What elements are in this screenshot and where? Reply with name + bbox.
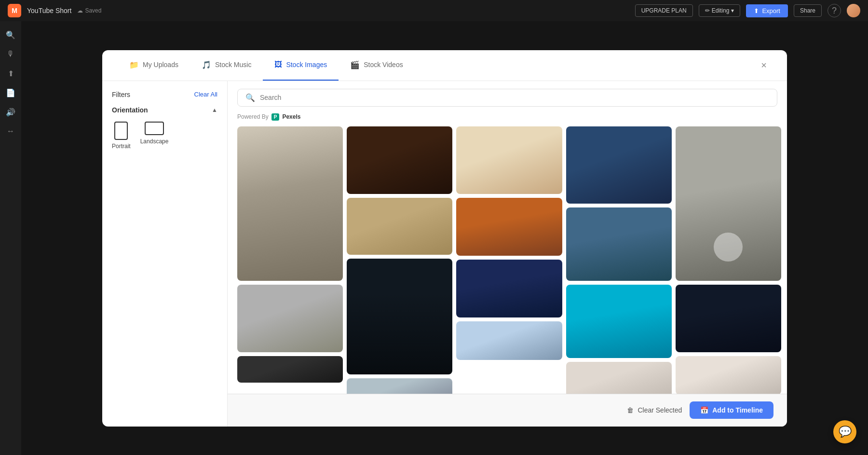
list-item[interactable] bbox=[456, 260, 562, 317]
stock-images-modal: 📁 My Uploads 🎵 Stock Music 🖼 Stock Image… bbox=[102, 50, 787, 427]
modal-overlay: 📁 My Uploads 🎵 Stock Music 🖼 Stock Image… bbox=[21, 21, 868, 455]
pexels-logo-icon: P bbox=[271, 113, 280, 121]
main-area: 🔍 🎙 ⬆ 📄 🔊 ↔ 📁 My Uploads 🎵 Stock Music bbox=[0, 21, 868, 455]
sidebar-change-icon[interactable]: ↔ bbox=[3, 124, 18, 139]
sidebar-explore-icon[interactable]: 🔍 bbox=[3, 27, 18, 42]
list-item[interactable] bbox=[347, 378, 452, 394]
orientation-header: Orientation ▲ bbox=[112, 106, 217, 114]
list-item[interactable] bbox=[347, 259, 452, 374]
orientation-chevron-icon: ▲ bbox=[212, 107, 217, 113]
clear-selected-button[interactable]: 🗑 Clear Selected bbox=[627, 406, 682, 414]
chevron-down-icon: ▾ bbox=[731, 7, 734, 14]
chat-icon: 💬 bbox=[839, 426, 852, 438]
images-icon: 🖼 bbox=[274, 60, 282, 69]
orientation-label: Orientation bbox=[112, 106, 148, 114]
editor-area: 📁 My Uploads 🎵 Stock Music 🖼 Stock Image… bbox=[21, 21, 868, 455]
filter-header: Filters Clear All bbox=[112, 91, 217, 98]
editing-mode-button[interactable]: ✏ Editing ▾ bbox=[699, 4, 741, 17]
left-sidebar: 🔍 🎙 ⬆ 📄 🔊 ↔ bbox=[0, 21, 21, 455]
modal-footer: 🗑 Clear Selected 📅 Add to Timeline bbox=[228, 394, 787, 427]
app-logo: M bbox=[8, 4, 21, 17]
list-item[interactable] bbox=[566, 285, 672, 358]
music-icon: 🎵 bbox=[202, 60, 211, 69]
top-bar: M YouTube Short ☁ Saved UPGRADE PLAN ✏ E… bbox=[0, 0, 868, 21]
sidebar-voice-icon[interactable]: 🎙 bbox=[3, 46, 18, 62]
list-item[interactable] bbox=[456, 126, 562, 194]
trash-icon: 🗑 bbox=[627, 406, 634, 414]
filters-label: Filters bbox=[112, 91, 130, 98]
landscape-label: Landscape bbox=[140, 138, 169, 145]
list-item[interactable] bbox=[347, 198, 452, 255]
powered-by-bar: Powered By P Pexels bbox=[228, 110, 787, 126]
search-wrapper: 🔍 bbox=[237, 89, 777, 107]
search-input[interactable] bbox=[260, 94, 769, 101]
export-icon: ⬆ bbox=[754, 7, 759, 14]
list-item[interactable] bbox=[347, 126, 452, 194]
list-item[interactable] bbox=[237, 285, 343, 352]
filter-sidebar: Filters Clear All Orientation ▲ bbox=[102, 81, 228, 427]
sidebar-import-icon[interactable]: ⬆ bbox=[3, 66, 18, 81]
help-button[interactable]: ? bbox=[827, 4, 841, 17]
sidebar-voice2-icon[interactable]: 🔊 bbox=[3, 104, 18, 120]
images-area: 🔍 Powered By P Pexels bbox=[228, 81, 787, 427]
tab-my-uploads[interactable]: 📁 My Uploads bbox=[118, 50, 190, 81]
search-bar: 🔍 bbox=[228, 81, 787, 110]
upgrade-plan-button[interactable]: UPGRADE PLAN bbox=[635, 4, 693, 17]
portrait-icon bbox=[114, 122, 128, 140]
pexels-brand-name: Pexels bbox=[282, 113, 300, 120]
user-avatar[interactable] bbox=[847, 4, 860, 17]
modal-close-button[interactable]: × bbox=[756, 57, 772, 73]
search-icon: 🔍 bbox=[245, 93, 255, 102]
list-item[interactable] bbox=[566, 362, 672, 394]
list-item[interactable] bbox=[566, 126, 672, 204]
list-item[interactable] bbox=[456, 198, 562, 256]
list-item[interactable] bbox=[676, 356, 781, 394]
chat-bubble-button[interactable]: 💬 bbox=[833, 420, 856, 443]
modal-tabs: 📁 My Uploads 🎵 Stock Music 🖼 Stock Image… bbox=[102, 50, 787, 81]
project-title: YouTube Short bbox=[27, 7, 71, 14]
list-item[interactable] bbox=[566, 207, 672, 281]
share-button[interactable]: Share bbox=[794, 4, 822, 17]
videos-icon: 🎬 bbox=[350, 60, 360, 69]
landscape-icon bbox=[145, 122, 164, 135]
tab-stock-images[interactable]: 🖼 Stock Images bbox=[263, 50, 339, 81]
save-icon: ☁ bbox=[77, 7, 83, 14]
grid-col-1 bbox=[237, 126, 343, 394]
list-item[interactable] bbox=[237, 356, 343, 383]
list-item[interactable] bbox=[676, 285, 781, 352]
add-to-timeline-button[interactable]: 📅 Add to Timeline bbox=[690, 401, 773, 419]
sidebar-script-icon[interactable]: 📄 bbox=[3, 85, 18, 100]
grid-col-3 bbox=[456, 126, 562, 394]
tab-stock-music[interactable]: 🎵 Stock Music bbox=[190, 50, 263, 81]
timeline-icon: 📅 bbox=[700, 406, 708, 414]
image-grid-inner bbox=[237, 126, 781, 394]
grid-col-5 bbox=[676, 126, 781, 394]
grid-col-4 bbox=[566, 126, 672, 394]
portrait-option[interactable]: Portrait bbox=[112, 122, 131, 150]
export-button[interactable]: ⬆ Export bbox=[746, 4, 788, 17]
tab-stock-videos[interactable]: 🎬 Stock Videos bbox=[339, 50, 414, 81]
modal-body: Filters Clear All Orientation ▲ bbox=[102, 81, 787, 427]
list-item[interactable] bbox=[676, 126, 781, 281]
portrait-label: Portrait bbox=[112, 143, 131, 150]
landscape-option[interactable]: Landscape bbox=[140, 122, 169, 150]
clear-all-button[interactable]: Clear All bbox=[194, 91, 217, 98]
save-status: ☁ Saved bbox=[77, 7, 101, 14]
edit-icon: ✏ bbox=[705, 7, 710, 14]
image-grid bbox=[228, 126, 787, 394]
orientation-options: Portrait Landscape bbox=[112, 122, 217, 150]
uploads-icon: 📁 bbox=[129, 60, 139, 69]
orientation-section: Orientation ▲ Portrait Landsc bbox=[112, 106, 217, 150]
list-item[interactable] bbox=[456, 321, 562, 360]
grid-col-2 bbox=[347, 126, 452, 394]
list-item[interactable] bbox=[237, 126, 343, 281]
powered-by-label: Powered By bbox=[237, 113, 269, 120]
